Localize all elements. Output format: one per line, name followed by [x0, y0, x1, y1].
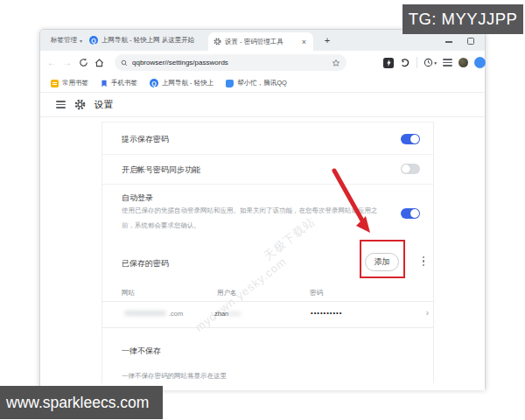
bookmark-folder-mobile[interactable]: 手机书签: [101, 79, 137, 88]
watermark-top-right: TG: MYYJJPP: [402, 4, 523, 34]
reload-button[interactable]: [75, 58, 91, 67]
tab-settings[interactable]: 设置 - 密码管理工具 ×: [208, 32, 313, 51]
browser-window: 标签管理 ▾ Q 上网导航 - 轻快上网 从这里开始 设置 - 密码管理工具 ×…: [39, 29, 486, 389]
menu-icon[interactable]: [443, 59, 452, 66]
new-tab-button[interactable]: +: [320, 30, 334, 51]
bookmarks-bar: 常用书签 手机书签 Q 上网导航 - 轻快上 帮小忙，腾讯QQ: [40, 74, 485, 93]
password-dots: ••••••••••: [311, 309, 342, 317]
settings-content: 天极下载站 mydown.yesky.com 提示保存密码 开启帐号密码同步功能…: [40, 117, 485, 390]
url-text: qqbrowser//settings/passwords: [132, 59, 327, 66]
chevron-right-icon[interactable]: ›: [426, 308, 429, 318]
auto-login-toggle[interactable]: [401, 208, 420, 219]
chevron-down-icon: ▾: [434, 60, 437, 66]
search-icon: [121, 60, 128, 66]
tab-manager-label: 标签管理: [51, 36, 77, 45]
bookmark-star-icon[interactable]: [332, 59, 340, 67]
download-whirl-icon[interactable]: [400, 58, 410, 68]
never-save-label: 一律不保存: [122, 346, 161, 357]
bookmark-folder-common[interactable]: 常用书签: [51, 79, 88, 88]
auto-login-desc: 前，系统都会要求您确认。: [122, 221, 200, 230]
tab-close-icon[interactable]: ×: [300, 38, 308, 46]
sync-toggle[interactable]: [401, 164, 420, 174]
save-prompt-label: 提示保存密码: [122, 134, 169, 145]
history-clock-icon[interactable]: ▾: [424, 58, 437, 67]
never-save-hint: 一律不保存密码的网站将显示在这里: [122, 372, 227, 381]
more-options-icon[interactable]: [423, 256, 424, 266]
annotation-highlight-rect: [360, 240, 405, 278]
col-header-pass: 密码: [310, 289, 323, 298]
maximize-button[interactable]: [467, 38, 474, 45]
bookmark-qq-help[interactable]: 帮小忙，腾讯QQ: [226, 79, 287, 88]
bookmark-nav[interactable]: Q 上网导航 - 轻快上: [150, 79, 214, 88]
tab-manager-menu[interactable]: 标签管理 ▾: [51, 30, 82, 51]
bookmark-label: 帮小忙，腾讯QQ: [237, 79, 287, 88]
bookmark-label: 手机书签: [111, 79, 137, 88]
screenshot-stage: 标签管理 ▾ Q 上网导航 - 轻快上网 从这里开始 设置 - 密码管理工具 ×…: [0, 0, 525, 420]
toolbar-divider: [416, 57, 417, 68]
save-prompt-toggle[interactable]: [401, 134, 420, 144]
auto-login-title: 自动登录: [122, 192, 153, 204]
col-header-user: 用户名: [217, 289, 237, 298]
gear-icon: [214, 38, 221, 46]
minimize-button[interactable]: [445, 41, 452, 43]
tab-title: 上网导航 - 轻快上网 从这里开始: [102, 36, 205, 45]
address-bar[interactable]: qqbrowser//settings/passwords: [115, 54, 346, 71]
qq-browser-icon: Q: [89, 36, 98, 45]
folder-icon: [51, 80, 59, 88]
home-button[interactable]: [91, 58, 107, 67]
page-title: 设置: [94, 99, 113, 111]
site-cell: .com: [169, 310, 183, 318]
blurred-user-text: [227, 312, 241, 316]
chevron-down-icon: ▾: [80, 38, 82, 44]
col-header-site: 网站: [122, 289, 135, 298]
saved-passwords-label: 已保存的密码: [122, 258, 169, 270]
blurred-site-text: [124, 311, 166, 316]
tab-title: 设置 - 密码管理工具: [225, 38, 297, 46]
flash-lightning-icon[interactable]: [383, 58, 394, 68]
tab-nav-home[interactable]: Q 上网导航 - 轻快上网 从这里开始: [89, 30, 205, 51]
bookmark-icon: [101, 80, 108, 88]
bookmark-label: 上网导航 - 轻快上: [162, 79, 214, 88]
sync-label: 开启帐号密码同步功能: [122, 164, 200, 176]
profile-avatar[interactable]: [458, 58, 468, 67]
settings-menu-icon[interactable]: [56, 101, 66, 108]
auto-login-desc: 使用已保存的凭据自动登录网站和应用。如果关闭了该功能，在您每次登录网站或应用之: [122, 206, 378, 215]
gear-icon: [74, 99, 86, 110]
qq-sidebar-icon[interactable]: [474, 57, 486, 68]
qq-icon: [226, 80, 234, 88]
watermark-bottom-left: www.sparkleecs.com: [0, 386, 163, 419]
settings-header: 设置: [40, 93, 485, 117]
qq-browser-icon: Q: [150, 79, 158, 88]
bookmark-label: 常用书签: [62, 79, 88, 88]
toolbar-right-icons: ▾: [383, 51, 481, 74]
browser-toolbar: ← → qqbrowser//settings/passwords: [40, 51, 485, 74]
forward-button[interactable]: →: [60, 58, 75, 67]
back-button[interactable]: ←: [44, 58, 60, 67]
